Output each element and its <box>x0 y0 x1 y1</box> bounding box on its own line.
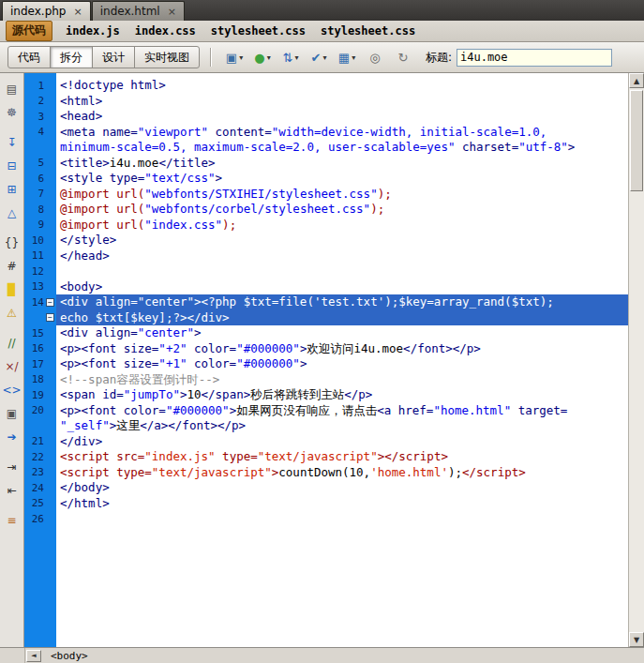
multiscreen-preview-button[interactable]: ▣▾ <box>222 46 247 68</box>
indent-code-icon[interactable]: ⇥ <box>2 457 22 477</box>
code-line[interactable]: <meta name="viewport" content="width=dev… <box>56 125 628 141</box>
code-token: charset= <box>455 140 518 154</box>
format-source-code-icon[interactable]: ≡ <box>2 510 22 531</box>
code-line[interactable]: <p><font color="#000000">如果网页没有响应，请点击<a … <box>56 403 628 419</box>
code-line[interactable]: <p><font size="+2" color="#000000">欢迎访问i… <box>56 341 628 357</box>
highlight-invalid-code-icon[interactable]: ▉ <box>2 279 22 300</box>
code-line[interactable]: @import url("webfonts/corbel/stylesheet.… <box>56 202 628 218</box>
vertical-scrollbar[interactable]: ▲ ▼ <box>628 73 644 647</box>
view-button[interactable]: 代码 <box>7 46 51 68</box>
code-line[interactable]: <head> <box>56 109 628 125</box>
line-number: 23 <box>24 465 56 481</box>
view-buttons: 代码拆分设计实时视图 <box>7 46 199 68</box>
view-button[interactable]: 设计 <box>92 46 135 68</box>
related-file-source-code[interactable]: 源代码 <box>6 21 52 41</box>
code-line[interactable]: <p><font size="+1" color="#000000"> <box>56 356 628 372</box>
code-token: </a></font></p> <box>140 418 246 432</box>
code-line[interactable]: </style> <box>56 233 628 249</box>
view-button[interactable]: 实时视图 <box>134 46 200 68</box>
code-line[interactable]: @import url("webfonts/STXIHEI/stylesheet… <box>56 187 628 203</box>
code-line[interactable]: <script type="text/javascript">countDown… <box>56 465 628 481</box>
scroll-down-icon[interactable]: ▼ <box>629 632 644 647</box>
show-code-navigator-icon[interactable]: ☸ <box>2 102 22 123</box>
move-convert-css-icon[interactable]: ➔ <box>2 427 22 447</box>
code-line[interactable]: @import url("index.css"); <box>56 218 628 234</box>
line-number-text: 21 <box>32 435 44 447</box>
document-tab[interactable]: index.php× <box>2 1 91 21</box>
related-file-item[interactable]: index.js <box>66 24 120 38</box>
line-number <box>24 140 56 156</box>
refresh-design-view-button[interactable]: ↻ <box>391 46 415 68</box>
code-token: "+2" <box>158 341 187 355</box>
scrollbar-track[interactable] <box>629 191 644 632</box>
code-line[interactable]: <script src="index.js" type="text/javasc… <box>56 449 628 465</box>
preview-in-browser-button[interactable]: ●▾ <box>250 46 275 68</box>
expand-all-icon[interactable]: ⊞ <box>2 179 22 200</box>
code-token: </style> <box>60 233 116 247</box>
code-line[interactable]: </body> <box>56 480 628 496</box>
select-parent-tag-icon[interactable]: △ <box>2 203 22 223</box>
code-line[interactable]: </html> <box>56 496 628 512</box>
collapse-full-tag-icon[interactable]: ↧ <box>2 132 22 153</box>
code-fold-toggle-icon[interactable]: − <box>46 313 54 322</box>
code-token: color= <box>187 341 236 355</box>
related-file-item[interactable]: index.css <box>135 24 196 38</box>
fold-slot <box>44 236 56 245</box>
related-file-item[interactable]: stylesheet.css <box>211 24 306 38</box>
open-documents-icon[interactable]: ▤ <box>2 79 22 99</box>
recent-snippets-icon[interactable]: ▣ <box>2 403 22 424</box>
code-line[interactable]: <title>i4u.moe</title> <box>56 156 628 172</box>
scroll-up-icon[interactable]: ▲ <box>629 73 644 88</box>
code-line[interactable]: <body> <box>56 279 628 295</box>
tag-selector-body[interactable]: <body> <box>51 650 88 662</box>
code-token: <p><font size= <box>60 356 158 370</box>
document-tab[interactable]: index.html× <box>92 1 185 21</box>
live-code-inspect-button[interactable]: ◎ <box>363 46 387 68</box>
code-token: "#000000" <box>236 341 300 355</box>
w3c-validation-button[interactable]: ✔▾ <box>307 46 331 68</box>
line-numbers-icon[interactable]: # <box>2 256 22 277</box>
apply-comment-icon[interactable]: // <box>2 333 22 354</box>
code-line[interactable]: <!doctype html> <box>56 78 628 94</box>
file-management-button[interactable]: ⇅▾ <box>278 46 303 68</box>
outdent-code-icon[interactable]: ⇤ <box>2 480 22 501</box>
line-number-text: 26 <box>32 513 44 525</box>
line-number-text: 20 <box>32 404 44 416</box>
line-number: 18 <box>24 372 56 388</box>
remove-comment-icon[interactable]: ×/ <box>2 356 22 377</box>
scrollbar-thumb[interactable] <box>630 90 643 191</box>
check-browser-compatibility-button[interactable]: ▦▾ <box>335 46 359 68</box>
code-line[interactable]: <!--span容器设置倒计时--> <box>56 372 628 388</box>
fold-slot <box>44 453 56 461</box>
code-line[interactable]: <style type="text/css"> <box>56 171 628 187</box>
code-token: <script src= <box>60 449 144 463</box>
balance-braces-icon[interactable]: {} <box>2 233 22 253</box>
collapse-selection-icon[interactable]: ⊟ <box>2 156 22 176</box>
code-line[interactable]: <div align="center"><?php $txt=file('tes… <box>56 294 628 310</box>
code-line[interactable]: minimum-scale=0.5, maximum-scale=2.0, us… <box>56 140 628 156</box>
dropdown-arrow-icon: ▾ <box>294 53 298 62</box>
code-fold-toggle-icon[interactable]: − <box>46 298 54 307</box>
code-line[interactable]: echo $txt[$key];?></div> <box>56 310 628 326</box>
code-line[interactable]: <div align="center"> <box>56 325 628 341</box>
code-line[interactable]: <span id="jumpTo">10</span>秒后将跳转到主站</p> <box>56 387 628 403</box>
close-icon[interactable]: × <box>73 7 82 17</box>
hscroll-left-icon[interactable]: ◄ <box>26 650 41 662</box>
title-input[interactable] <box>457 49 612 67</box>
view-button[interactable]: 拆分 <box>50 46 93 68</box>
code-line[interactable]: </div> <box>56 434 628 450</box>
code-line[interactable]: <html> <box>56 94 628 110</box>
code-line[interactable]: "_self">这里</a></font></p> <box>56 418 628 434</box>
code-line[interactable] <box>56 511 628 527</box>
close-icon[interactable]: × <box>168 7 176 17</box>
syntax-error-alerts-icon[interactable]: ⚠ <box>2 303 22 324</box>
code-token: "viewport" <box>138 125 208 139</box>
fold-slot <box>44 360 56 369</box>
code-line[interactable]: </head> <box>56 249 628 264</box>
dropdown-arrow-icon: ▾ <box>267 53 271 62</box>
code-editor[interactable]: <!doctype html><html><head><meta name="v… <box>56 73 628 647</box>
code-line[interactable] <box>56 264 628 279</box>
related-file-item[interactable]: stylesheet.css <box>321 24 415 38</box>
wrap-tag-icon[interactable]: <> <box>2 380 22 400</box>
line-number: 26 <box>24 511 56 527</box>
